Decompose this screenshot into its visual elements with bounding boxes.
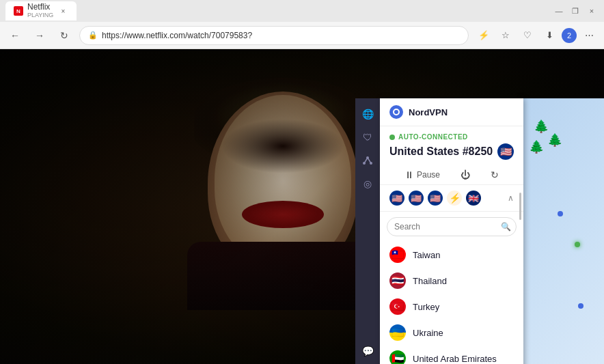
nav-actions: ⚡ ☆ ♡ ⬇ 2 ⋯ bbox=[474, 26, 599, 45]
url-text: https://www.netflix.com/watch/70079583? bbox=[102, 31, 252, 40]
bolt-icon[interactable]: ⚡ bbox=[447, 191, 462, 206]
quick-flag-3[interactable]: 🇺🇸 bbox=[428, 191, 443, 206]
tree-icon-3: 🌲 bbox=[529, 139, 544, 154]
map-area: 🌲 🌲 🌲 bbox=[523, 98, 604, 364]
country-turkey[interactable]: 🇹🇷 Turkey bbox=[381, 294, 522, 320]
svg-line-4 bbox=[368, 158, 371, 163]
server-flag: 🇺🇸 bbox=[497, 143, 514, 160]
country-uae[interactable]: 🇦🇪 United Arab Emirates bbox=[381, 346, 522, 364]
country-ukraine[interactable]: 🇺🇦 Ukraine bbox=[381, 320, 522, 346]
map-dot-blue-1 bbox=[558, 211, 563, 216]
connection-status: AUTO-CONNECTED bbox=[398, 133, 468, 141]
nordvpn-sidebar-icons: 🌐 🛡 ◎ 💬 🎧 ⚙ bbox=[355, 98, 380, 364]
quick-connect-row: 🇺🇸 🇺🇸 🇺🇸 ⚡ 🇬🇧 ∧ bbox=[380, 185, 523, 212]
target-icon[interactable]: ◎ bbox=[357, 173, 378, 194]
uae-name: United Arab Emirates bbox=[413, 354, 497, 364]
country-taiwan[interactable]: 🇹🇼 Taiwan bbox=[381, 242, 522, 268]
window-controls: — ❐ × bbox=[552, 4, 599, 18]
thailand-name: Thailand bbox=[413, 276, 447, 286]
tab-subtitle: PLAYING bbox=[27, 12, 53, 19]
tab-close-button[interactable]: × bbox=[57, 5, 68, 16]
minimize-button[interactable]: — bbox=[552, 4, 566, 18]
search-input[interactable] bbox=[387, 217, 517, 236]
main-content: 🌐 🛡 ◎ 💬 🎧 ⚙ NordVPN bbox=[0, 49, 604, 364]
close-button[interactable]: × bbox=[585, 4, 599, 18]
quick-flag-uk[interactable]: 🇬🇧 bbox=[466, 191, 481, 206]
nodes-icon[interactable] bbox=[357, 150, 378, 171]
tab-title: Netflix bbox=[27, 3, 53, 12]
collapse-button[interactable]: ∧ bbox=[508, 193, 514, 203]
back-button[interactable]: ← bbox=[5, 26, 25, 45]
nordvpn-panel: NordVPN AUTO-CONNECTED United States #82… bbox=[380, 98, 523, 364]
forward-button[interactable]: → bbox=[30, 26, 49, 45]
turkey-name: Turkey bbox=[413, 302, 439, 312]
nordvpn-logo bbox=[389, 105, 403, 119]
browser-tab[interactable]: N Netflix PLAYING × bbox=[5, 1, 77, 20]
restore-button[interactable]: ❐ bbox=[568, 4, 582, 18]
globe-icon[interactable]: 🌐 bbox=[357, 104, 378, 124]
nordvpn-logo-inner bbox=[393, 109, 400, 115]
power-button[interactable]: ⏻ bbox=[461, 169, 470, 180]
map-dots: 🌲 🌲 🌲 bbox=[523, 98, 604, 364]
ukraine-name: Ukraine bbox=[413, 328, 443, 338]
server-name: United States #8250 bbox=[389, 145, 493, 158]
search-icon: 🔍 bbox=[501, 222, 511, 232]
power-icon: ⏻ bbox=[461, 169, 470, 180]
svg-line-3 bbox=[364, 158, 368, 163]
browser-chrome: N Netflix PLAYING × — ❐ × ← → ↻ 🔒 https:… bbox=[0, 0, 604, 49]
connected-indicator bbox=[389, 135, 395, 140]
ukraine-flag: 🇺🇦 bbox=[389, 324, 406, 341]
extensions-button[interactable]: ⚡ bbox=[474, 26, 493, 45]
profile-button[interactable]: 2 bbox=[562, 28, 577, 43]
taiwan-name: Taiwan bbox=[413, 250, 440, 260]
tab-favicon: N bbox=[14, 6, 23, 16]
pause-icon: ⏸ bbox=[404, 169, 414, 180]
navigation-bar: ← → ↻ 🔒 https://www.netflix.com/watch/70… bbox=[0, 22, 604, 49]
tab-favicon-letter: N bbox=[16, 8, 20, 14]
quick-flag-1[interactable]: 🇺🇸 bbox=[389, 191, 404, 206]
country-thailand[interactable]: 🇹🇭 Thailand bbox=[381, 268, 522, 294]
refresh-button[interactable]: ↻ bbox=[491, 169, 499, 180]
server-row: United States #8250 🇺🇸 bbox=[389, 143, 514, 160]
search-bar[interactable]: 🔍 bbox=[387, 217, 517, 236]
taiwan-flag: 🇹🇼 bbox=[389, 247, 406, 263]
chat-icon[interactable]: 💬 bbox=[357, 341, 378, 361]
pause-button[interactable]: ⏸ Pause bbox=[404, 169, 440, 180]
uae-flag: 🇦🇪 bbox=[389, 350, 406, 364]
heart-button[interactable]: ♡ bbox=[518, 26, 537, 45]
tree-icon-1: 🌲 bbox=[534, 119, 549, 134]
panel-header: NordVPN bbox=[380, 98, 523, 126]
shield-icon[interactable]: 🛡 bbox=[357, 127, 378, 148]
thailand-flag: 🇹🇭 bbox=[389, 272, 406, 289]
address-bar[interactable]: 🔒 https://www.netflix.com/watch/70079583… bbox=[79, 26, 469, 45]
pause-label: Pause bbox=[417, 170, 440, 180]
bookmark-button[interactable]: ☆ bbox=[496, 26, 515, 45]
download-button[interactable]: ⬇ bbox=[540, 26, 559, 45]
menu-button[interactable]: ⋯ bbox=[579, 26, 599, 45]
refresh-button[interactable]: ↻ bbox=[55, 26, 74, 45]
map-dot-green bbox=[575, 242, 580, 247]
quick-flag-2[interactable]: 🇺🇸 bbox=[409, 191, 424, 206]
map-dot-blue-2 bbox=[578, 303, 584, 309]
action-buttons: ⏸ Pause ⏻ ↻ bbox=[380, 165, 523, 185]
scroll-indicator bbox=[519, 193, 521, 220]
panel-title: NordVPN bbox=[409, 107, 448, 117]
connected-section: AUTO-CONNECTED United States #8250 🇺🇸 bbox=[380, 126, 523, 165]
title-bar: N Netflix PLAYING × — ❐ × bbox=[0, 0, 604, 22]
auto-connected-badge: AUTO-CONNECTED bbox=[389, 133, 514, 141]
refresh-icon: ↻ bbox=[491, 169, 499, 180]
turkey-flag: 🇹🇷 bbox=[389, 298, 406, 315]
tree-icon-2: 🌲 bbox=[547, 132, 562, 148]
country-list: 🇹🇼 Taiwan 🇹🇭 Thailand 🇹🇷 Turkey 🇺🇦 Ukrai… bbox=[380, 242, 523, 364]
